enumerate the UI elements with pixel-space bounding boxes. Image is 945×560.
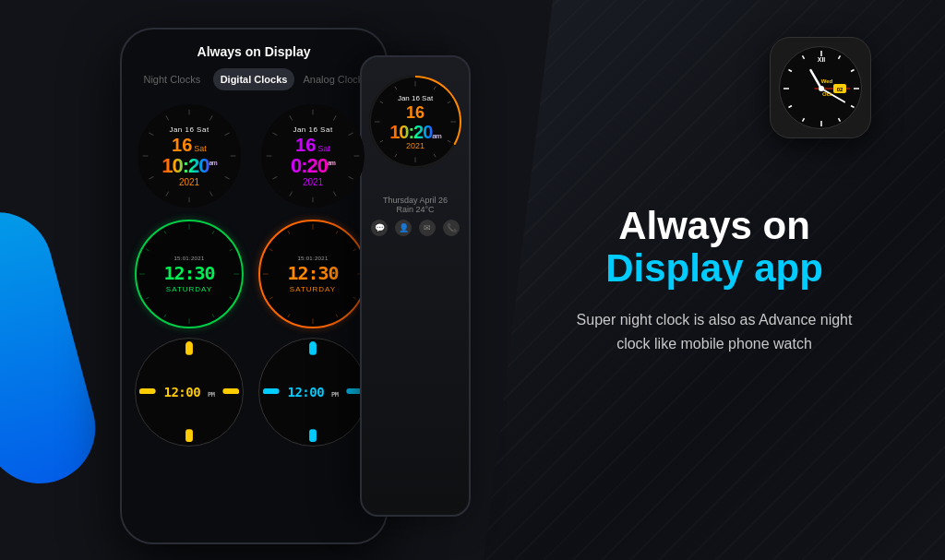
svg-line-22: [272, 133, 277, 136]
tab-bar: Night Clocks Digital Clocks Analog Clock…: [131, 68, 377, 90]
svg-rect-54: [185, 342, 193, 355]
contact-icon[interactable]: 👤: [395, 220, 412, 236]
wechat-icon[interactable]: 💬: [371, 220, 388, 236]
phone1-container: Always on Display Night Clocks Digital C…: [120, 28, 388, 544]
phone1-screen: Always on Display Night Clocks Digital C…: [122, 30, 386, 542]
digital-clock-ticks-2: [260, 221, 365, 327]
phone2-container: Jan 16 Sat 16 10:20am 2021 Thursday Apri…: [360, 55, 471, 517]
phone1-body: Always on Display Night Clocks Digital C…: [120, 28, 388, 544]
svg-rect-63: [309, 429, 317, 442]
svg-line-4: [225, 176, 230, 179]
svg-line-44: [269, 297, 272, 299]
headline: Always on Display app: [605, 205, 823, 290]
svg-line-71: [395, 154, 397, 157]
svg-line-26: [230, 249, 233, 251]
svg-line-10: [149, 133, 153, 136]
minimal-yellow-time: 12:00 PM: [163, 385, 214, 399]
svg-line-74: [380, 101, 383, 103]
weather-icons: 💬 👤 ✉ 📞: [369, 220, 461, 236]
svg-line-41: [336, 315, 338, 317]
svg-line-38: [353, 249, 356, 251]
minimal-cyan-time: 12:00 PM: [287, 385, 338, 399]
svg-line-69: [434, 154, 436, 157]
clock-digital-green[interactable]: 15:01:2021 12:30 SATURDAY: [135, 220, 244, 328]
svg-line-23: [290, 115, 293, 120]
svg-rect-55: [185, 429, 193, 442]
tab-night-clocks[interactable]: Night Clocks: [131, 68, 213, 90]
clock-magenta-inner: Jan 16 Sat 16 Sat 0:20am 2021: [261, 104, 365, 208]
weather-line1: Thursday April 26: [369, 196, 461, 205]
clock-magenta[interactable]: Jan 16 Sat 16 Sat 0:20am 2021: [258, 101, 367, 210]
svg-line-20: [272, 176, 277, 179]
clock-minimal-cyan[interactable]: 12:00 PM: [258, 338, 367, 447]
svg-line-19: [290, 192, 293, 197]
svg-line-75: [395, 87, 397, 89]
svg-line-47: [288, 231, 290, 233]
clock-grid: Jan 16 Sat 16 Sat 10:20am 2021: [122, 101, 386, 447]
svg-line-72: [380, 140, 383, 142]
svg-line-28: [230, 297, 233, 299]
svg-line-46: [269, 249, 272, 251]
svg-line-16: [349, 176, 353, 179]
weather-line2: Rain 24°C: [369, 205, 461, 214]
headline-white: Always on: [605, 205, 823, 247]
weather-section: Thursday April 26 Rain 24°C 💬 👤 ✉ 📞: [362, 186, 469, 245]
svg-line-65: [434, 87, 436, 89]
clock-rainbow-inner: Jan 16 Sat 16 Sat 10:20am 2021: [138, 104, 241, 208]
svg-rect-62: [309, 342, 317, 355]
svg-line-35: [164, 231, 166, 233]
svg-line-29: [212, 315, 214, 317]
subtext: Super night clock is also as Advance nig…: [567, 308, 862, 355]
tab-digital-clocks[interactable]: Digital Clocks: [213, 68, 295, 90]
blue-accent-shape: [0, 200, 108, 496]
svg-line-14: [349, 133, 353, 136]
clock-digital-orange[interactable]: 15:01:2021 12:30 SATURDAY: [258, 220, 367, 328]
phone2-body: Jan 16 Sat 16 10:20am 2021 Thursday Apri…: [360, 55, 471, 517]
svg-rect-60: [263, 388, 280, 394]
headline-cyan: Display app: [605, 247, 823, 290]
tick-marks-2: [261, 104, 365, 208]
large-clock-inner: Jan 16 Sat 16 10:20am 2021: [371, 77, 460, 166]
svg-line-13: [333, 115, 336, 120]
message-icon[interactable]: ✉: [419, 220, 436, 236]
svg-rect-53: [222, 388, 239, 394]
svg-line-8: [149, 176, 153, 179]
svg-line-66: [448, 101, 450, 103]
svg-line-7: [166, 192, 169, 197]
right-content: Always on Display app Super night clock …: [484, 0, 945, 560]
svg-line-1: [209, 115, 212, 120]
clock-minimal-yellow[interactable]: 12:00 PM: [135, 338, 244, 447]
digital-clock-ticks-1: [137, 221, 242, 327]
tick-marks-1: [138, 104, 241, 208]
svg-line-37: [336, 231, 338, 233]
svg-line-2: [225, 133, 230, 136]
large-clock-ticks: [371, 77, 460, 166]
phone1-header: Always on Display: [122, 30, 386, 68]
svg-line-25: [212, 231, 214, 233]
phone-icon[interactable]: 📞: [443, 220, 460, 236]
svg-rect-52: [139, 388, 156, 394]
svg-line-68: [448, 140, 450, 142]
large-clock-section: Jan 16 Sat 16 10:20am 2021: [362, 57, 469, 186]
clock-rainbow[interactable]: Jan 16 Sat 16 Sat 10:20am 2021: [135, 101, 244, 210]
minimal-yellow-inner: 12:00 PM: [163, 385, 214, 399]
svg-line-31: [164, 315, 166, 317]
minimal-cyan-inner: 12:00 PM: [287, 385, 338, 399]
svg-line-5: [209, 192, 212, 197]
svg-line-17: [333, 192, 336, 197]
svg-line-11: [166, 115, 169, 120]
svg-line-34: [146, 249, 149, 251]
svg-line-40: [353, 297, 356, 299]
large-clock: Jan 16 Sat 16 10:20am 2021: [369, 76, 461, 168]
svg-line-43: [288, 315, 290, 317]
svg-line-32: [146, 297, 149, 299]
